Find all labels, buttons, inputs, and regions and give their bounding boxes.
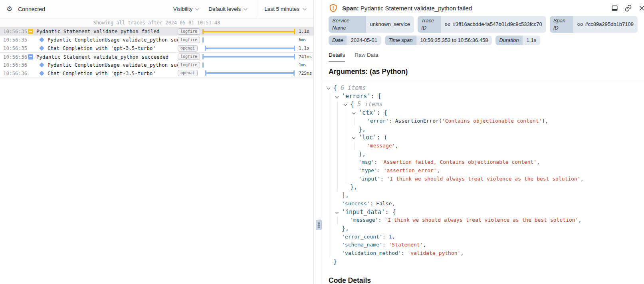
default-levels-menu-label: Default levels [208,6,241,12]
span-title-text: Pydantic Statement validate_python faile… [361,5,472,12]
visibility-menu[interactable]: Visibility [173,6,198,12]
span-diamond-icon [39,46,44,51]
code-line: 'msg': 'Assertion failed, Contains objec… [322,158,644,167]
tab-details[interactable]: Details [329,52,345,62]
scope-badge: logfire [178,37,200,43]
metadata-pill: Span ID #cc89a295db1b7109 [550,16,638,33]
metadata-pill-label: Duration [495,36,522,45]
link-icon[interactable] [624,4,632,12]
code-line: ], [322,191,644,200]
code-line: 'input_data': { [322,208,644,216]
duration-bar [205,72,295,74]
chevron-down-icon [244,6,248,10]
visibility-menu-label: Visibility [173,6,193,12]
collapse-toggle-icon[interactable] [28,54,33,60]
span-title: Span: Pydantic Statement validate_python… [342,5,472,12]
duration-label: 1.1s [295,46,313,51]
chevron-down-icon [195,6,199,10]
trace-row-label: Pydantic Statement validate_python faile… [36,28,178,34]
trace-timestamp: 10:56:36 [3,62,26,68]
code-line: 'error_count': 1, [322,233,644,241]
metadata-pill: Duration 1.1s [495,36,540,45]
trace-timestamp: 10:56:35 [3,28,26,34]
gear-icon[interactable]: ⚙ [6,5,12,13]
duration-bar [202,37,204,42]
tab-raw-data[interactable]: Raw Data [355,52,378,62]
code-details-heading: Code Details [329,276,638,284]
code-line: } [322,258,644,266]
span-diamond-icon [39,62,44,68]
timeline-track [202,27,295,36]
trace-row-label: Pydantic CompletionUsage validate_python… [48,62,178,68]
trace-row[interactable]: 10:56:35 Pydantic CompletionUsage valida… [0,36,313,44]
duration-bar [205,48,295,49]
duration-label: 1.1s [295,29,313,34]
trace-row[interactable]: 10:56:36 Pydantic CompletionUsage valida… [0,61,313,69]
duration-label: 6ms [295,37,313,42]
time-range-label: Last 5 minutes [264,6,299,12]
timeline-track [202,36,295,44]
trace-level-iconbox [39,63,44,67]
close-icon[interactable] [638,4,644,12]
trace-row[interactable]: 10:56:35 Chat Completion with 'gpt-3.5-t… [0,44,313,52]
trace-level-iconbox [28,54,33,60]
link-icon[interactable] [445,22,450,27]
tree-collapse-chevron-icon[interactable] [352,136,355,139]
drag-handle-icon [317,222,321,228]
trace-row-label: Chat Completion with 'gpt-3.5-turbo' [48,70,178,76]
code-line: 'errors': [ [322,92,644,101]
duration-bar [202,31,295,32]
trace-row[interactable]: 10:56:36 Pydantic Statement validate_pyt… [0,52,313,61]
trace-timestamp: 10:56:35 [3,37,26,43]
timeline-track [202,69,295,77]
metadata-pill-label: Span ID [550,16,573,33]
trace-row[interactable]: 10:56:36 Chat Completion with 'gpt-3.5-t… [0,69,313,77]
tree-collapse-chevron-icon[interactable] [327,86,330,89]
code-line: 'input': 'I think we should always treat… [322,175,644,183]
trace-level-iconbox [28,29,33,34]
metadata-pill-value: 10:56:35.353 to 10:56:36.458 [420,37,488,44]
timeline-track [202,53,295,61]
arguments-heading: Arguments: (as Python) [329,68,638,76]
timeline-track [202,44,295,52]
tree-collapse-chevron-icon[interactable] [335,210,339,213]
tree-collapse-chevron-icon[interactable] [335,94,339,97]
metadata-pill: Service Name unknown_service [329,16,414,33]
badge-row-ids: Service Name unknown_service Trace ID #3… [322,16,644,33]
trace-timestamp: 10:56:35 [3,45,26,51]
detail-tabs: Details Raw Data [322,48,644,62]
chevron-down-icon [303,6,307,10]
collapse-toggle-icon[interactable] [28,29,33,34]
scope-badge: logfire [178,28,200,35]
scope-badge: logfire [178,54,200,60]
trace-list: 10:56:35 Pydantic Statement validate_pyt… [0,27,313,77]
scope-badge: openai [178,45,198,52]
tree-collapse-chevron-icon[interactable] [344,103,347,106]
link-icon[interactable] [577,22,583,27]
tree-collapse-chevron-icon[interactable] [352,111,355,114]
time-range-menu[interactable]: Last 5 minutes [257,0,313,18]
span-diamond-icon [39,37,44,42]
badge-row-time: Date 2024-05-01 Time span 10:56:35.353 t… [322,36,644,45]
duration-bar [202,62,204,68]
traces-showing-text: Showing all traces after 2024-05-01 10:5… [93,20,220,26]
panel-bottom-icon[interactable] [611,4,618,12]
code-line: 'validation_method': 'validate_python', [322,249,644,258]
default-levels-menu[interactable]: Default levels [208,6,246,12]
code-line: { 5 items [322,100,644,109]
code-line: 'error': AssertionError('Contains object… [322,117,644,125]
panel-splitter-handle[interactable] [316,220,322,230]
trace-row[interactable]: 10:56:35 Pydantic Statement validate_pyt… [0,27,313,36]
traces-showing-banner: Showing all traces after 2024-05-01 10:5… [0,18,313,27]
code-line: 'schema_name': 'Statement', [322,241,644,249]
trace-panel-header: ⚙ Connected Visibility Default levels La… [0,0,313,18]
metadata-pill: Trace ID #3ff16acbdde4a547b01d9c9c533fcc… [418,16,546,33]
code-line: }, [322,125,644,134]
duration-label: 741ms [295,54,313,60]
metadata-pill-value: 2024-05-01 [351,37,377,44]
code-line: ), [322,150,644,159]
metadata-pill-value: 1.1s [527,37,537,44]
trace-level-iconbox [39,71,44,75]
metadata-pill-label: Date [329,36,347,45]
connection-status: Connected [18,6,45,12]
